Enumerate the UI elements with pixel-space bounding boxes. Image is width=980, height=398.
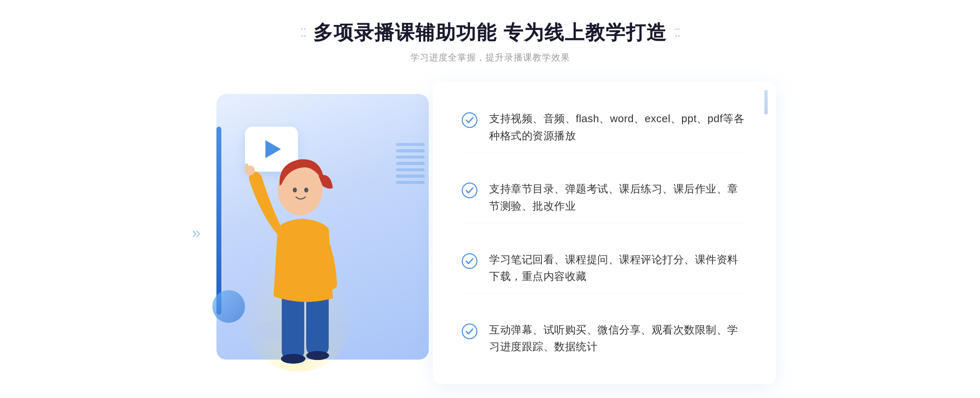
svg-point-3	[281, 354, 305, 364]
page-subtitle: 学习进度全掌握，提升录播课教学效果	[410, 51, 570, 64]
feature-text-4: 互动弹幕、试听购买、微信分享、观看次数限制、学习进度跟踪、数据统计	[489, 322, 747, 356]
svg-point-4	[306, 351, 329, 360]
check-icon-3	[461, 253, 478, 269]
feature-text-2: 支持章节目录、弹题考试、课后练习、课后作业、章节测验、批改作业	[489, 181, 747, 215]
page-header: ⁚⁚ 多项录播课辅助功能 专为线上教学打造 ⁚⁚ 学习进度全掌握，提升录播课教学…	[300, 20, 679, 64]
check-icon-4	[461, 323, 478, 340]
svg-point-13	[462, 324, 477, 339]
svg-point-11	[462, 183, 477, 198]
left-illustration-panel: »	[204, 94, 441, 372]
left-chevrons-decoration: »	[192, 225, 200, 241]
blue-bar-accent	[216, 127, 221, 315]
title-row: ⁚⁚ 多项录播课辅助功能 专为线上教学打造 ⁚⁚	[300, 20, 679, 46]
check-icon-2	[461, 182, 478, 199]
svg-point-12	[462, 254, 477, 268]
page-title: 多项录播课辅助功能 专为线上教学打造	[313, 20, 666, 46]
lines-decoration	[396, 143, 425, 184]
feature-item-1: 支持视频、音频、flash、word、excel、ppt、pdf等各种格式的资源…	[461, 102, 747, 153]
title-dots-left: ⁚⁚	[300, 26, 306, 40]
feature-item-3: 学习笔记回看、课程提问、课程评论打分、课件资料下载，重点内容收藏	[461, 243, 747, 294]
svg-point-7	[304, 188, 308, 192]
title-dots-right: ⁚⁚	[674, 26, 680, 40]
feature-text-1: 支持视频、音频、flash、word、excel、ppt、pdf等各种格式的资源…	[489, 110, 747, 144]
feature-item-2: 支持章节目录、弹题考试、课后练习、课后作业、章节测验、批改作业	[461, 172, 747, 223]
check-icon-1	[461, 112, 478, 128]
feature-item-4: 互动弹幕、试听购买、微信分享、观看次数限制、学习进度跟踪、数据统计	[461, 313, 747, 364]
content-area: » 支持视频、音频、flash、word、excel、ppt、pdf等各种格式的…	[204, 82, 776, 384]
feature-text-3: 学习笔记回看、课程提问、课程评论打分、课件资料下载，重点内容收藏	[489, 251, 747, 285]
right-features-panel: 支持视频、音频、flash、word、excel、ppt、pdf等各种格式的资源…	[433, 82, 776, 384]
person-illustration	[225, 127, 380, 372]
svg-rect-9	[245, 163, 248, 172]
svg-point-10	[462, 113, 477, 127]
svg-point-6	[293, 188, 297, 192]
